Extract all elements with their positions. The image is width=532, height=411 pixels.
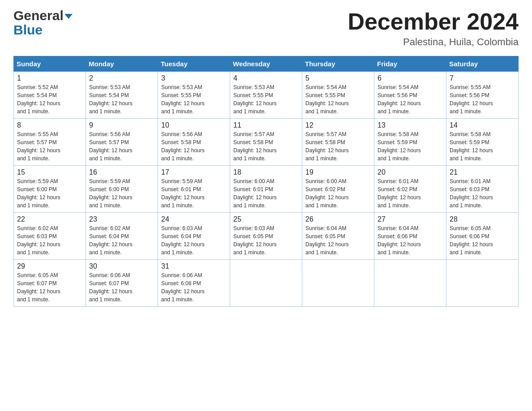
calendar-cell: 6 Sunrise: 5:54 AM Sunset: 5:56 PM Dayli… [374,72,446,119]
calendar-week-row: 22 Sunrise: 6:02 AM Sunset: 6:03 PM Dayl… [14,213,519,260]
day-number: 1 [17,74,82,82]
day-info: Sunrise: 6:04 AM Sunset: 6:05 PM Dayligh… [305,224,371,257]
calendar-cell: 13 Sunrise: 5:58 AM Sunset: 5:59 PM Dayl… [374,119,446,166]
day-number: 6 [378,74,443,82]
day-number: 29 [17,262,82,270]
calendar-cell: 1 Sunrise: 5:52 AM Sunset: 5:54 PM Dayli… [14,72,86,119]
page-header: General Blue December 2024 Palestina, Hu… [13,9,519,48]
calendar-cell: 25 Sunrise: 6:03 AM Sunset: 6:05 PM Dayl… [230,213,302,260]
day-number: 24 [161,215,227,223]
weekday-header-row: SundayMondayTuesdayWednesdayThursdayFrid… [14,56,519,72]
day-info: Sunrise: 5:55 AM Sunset: 5:56 PM Dayligh… [450,83,515,116]
calendar-cell: 16 Sunrise: 5:59 AM Sunset: 6:00 PM Dayl… [86,166,158,213]
calendar-cell: 24 Sunrise: 6:03 AM Sunset: 6:04 PM Dayl… [158,213,230,260]
calendar-cell: 11 Sunrise: 5:57 AM Sunset: 5:58 PM Dayl… [230,119,302,166]
day-info: Sunrise: 5:55 AM Sunset: 5:57 PM Dayligh… [17,130,82,163]
day-number: 27 [378,215,443,223]
day-info: Sunrise: 6:00 AM Sunset: 6:02 PM Dayligh… [305,177,371,210]
day-info: Sunrise: 6:01 AM Sunset: 6:02 PM Dayligh… [378,177,443,210]
calendar-cell: 15 Sunrise: 5:59 AM Sunset: 6:00 PM Dayl… [14,166,86,213]
logo-triangle-icon [64,14,73,19]
day-number: 11 [233,121,299,129]
title-block: December 2024 Palestina, Huila, Colombia [348,9,519,48]
day-info: Sunrise: 6:06 AM Sunset: 6:07 PM Dayligh… [89,271,154,304]
calendar-cell: 3 Sunrise: 5:53 AM Sunset: 5:55 PM Dayli… [158,72,230,119]
day-info: Sunrise: 5:58 AM Sunset: 5:59 PM Dayligh… [450,130,515,163]
weekday-header-thursday: Thursday [302,56,374,72]
day-number: 17 [161,168,227,176]
day-number: 20 [378,168,443,176]
weekday-header-saturday: Saturday [446,56,519,72]
calendar-cell: 8 Sunrise: 5:55 AM Sunset: 5:57 PM Dayli… [14,119,86,166]
calendar-table: SundayMondayTuesdayWednesdayThursdayFrid… [13,56,519,307]
logo-general-text: General [13,9,64,22]
calendar-cell: 20 Sunrise: 6:01 AM Sunset: 6:02 PM Dayl… [374,166,446,213]
calendar-cell: 9 Sunrise: 5:56 AM Sunset: 5:57 PM Dayli… [86,119,158,166]
day-number: 31 [161,262,227,270]
day-number: 9 [89,121,154,129]
calendar-cell: 5 Sunrise: 5:54 AM Sunset: 5:55 PM Dayli… [302,72,374,119]
day-number: 16 [89,168,154,176]
calendar-cell: 21 Sunrise: 6:01 AM Sunset: 6:03 PM Dayl… [446,166,519,213]
day-info: Sunrise: 6:05 AM Sunset: 6:06 PM Dayligh… [450,224,515,257]
day-info: Sunrise: 5:53 AM Sunset: 5:54 PM Dayligh… [89,83,154,116]
day-info: Sunrise: 5:52 AM Sunset: 5:54 PM Dayligh… [17,83,82,116]
day-info: Sunrise: 6:03 AM Sunset: 6:04 PM Dayligh… [161,224,227,257]
day-number: 8 [17,121,82,129]
calendar-cell: 12 Sunrise: 5:57 AM Sunset: 5:58 PM Dayl… [302,119,374,166]
day-number: 4 [233,74,299,82]
calendar-cell: 14 Sunrise: 5:58 AM Sunset: 5:59 PM Dayl… [446,119,519,166]
day-number: 28 [450,215,515,223]
day-info: Sunrise: 5:53 AM Sunset: 5:55 PM Dayligh… [233,83,299,116]
calendar-cell: 17 Sunrise: 5:59 AM Sunset: 6:01 PM Dayl… [158,166,230,213]
calendar-cell [230,260,302,307]
day-info: Sunrise: 6:05 AM Sunset: 6:07 PM Dayligh… [17,271,82,304]
calendar-cell: 28 Sunrise: 6:05 AM Sunset: 6:06 PM Dayl… [446,213,519,260]
calendar-cell: 26 Sunrise: 6:04 AM Sunset: 6:05 PM Dayl… [302,213,374,260]
day-info: Sunrise: 5:59 AM Sunset: 6:01 PM Dayligh… [161,177,227,210]
calendar-cell: 4 Sunrise: 5:53 AM Sunset: 5:55 PM Dayli… [230,72,302,119]
day-number: 23 [89,215,154,223]
calendar-week-row: 8 Sunrise: 5:55 AM Sunset: 5:57 PM Dayli… [14,119,519,166]
day-info: Sunrise: 6:00 AM Sunset: 6:01 PM Dayligh… [233,177,299,210]
day-number: 7 [450,74,515,82]
weekday-header-monday: Monday [86,56,158,72]
calendar-cell: 18 Sunrise: 6:00 AM Sunset: 6:01 PM Dayl… [230,166,302,213]
day-info: Sunrise: 5:59 AM Sunset: 6:00 PM Dayligh… [17,177,82,210]
day-number: 12 [305,121,371,129]
calendar-cell: 27 Sunrise: 6:04 AM Sunset: 6:06 PM Dayl… [374,213,446,260]
day-number: 26 [305,215,371,223]
day-number: 21 [450,168,515,176]
day-info: Sunrise: 5:57 AM Sunset: 5:58 PM Dayligh… [233,130,299,163]
calendar-cell: 2 Sunrise: 5:53 AM Sunset: 5:54 PM Dayli… [86,72,158,119]
day-number: 14 [450,121,515,129]
day-number: 15 [17,168,82,176]
day-info: Sunrise: 5:59 AM Sunset: 6:00 PM Dayligh… [89,177,154,210]
day-number: 18 [233,168,299,176]
day-info: Sunrise: 5:56 AM Sunset: 5:58 PM Dayligh… [161,130,227,163]
weekday-header-wednesday: Wednesday [230,56,302,72]
calendar-cell [446,260,519,307]
calendar-cell: 10 Sunrise: 5:56 AM Sunset: 5:58 PM Dayl… [158,119,230,166]
calendar-cell: 22 Sunrise: 6:02 AM Sunset: 6:03 PM Dayl… [14,213,86,260]
day-info: Sunrise: 5:56 AM Sunset: 5:57 PM Dayligh… [89,130,154,163]
day-number: 3 [161,74,227,82]
day-info: Sunrise: 5:53 AM Sunset: 5:55 PM Dayligh… [161,83,227,116]
day-number: 22 [17,215,82,223]
calendar-cell: 19 Sunrise: 6:00 AM Sunset: 6:02 PM Dayl… [302,166,374,213]
calendar-cell: 30 Sunrise: 6:06 AM Sunset: 6:07 PM Dayl… [86,260,158,307]
day-number: 10 [161,121,227,129]
day-info: Sunrise: 5:58 AM Sunset: 5:59 PM Dayligh… [378,130,443,163]
weekday-header-friday: Friday [374,56,446,72]
calendar-week-row: 15 Sunrise: 5:59 AM Sunset: 6:00 PM Dayl… [14,166,519,213]
calendar-cell: 23 Sunrise: 6:02 AM Sunset: 6:04 PM Dayl… [86,213,158,260]
calendar-week-row: 29 Sunrise: 6:05 AM Sunset: 6:07 PM Dayl… [14,260,519,307]
day-info: Sunrise: 6:02 AM Sunset: 6:04 PM Dayligh… [89,224,154,257]
day-number: 5 [305,74,371,82]
calendar-cell: 29 Sunrise: 6:05 AM Sunset: 6:07 PM Dayl… [14,260,86,307]
logo: General Blue [13,9,73,38]
day-info: Sunrise: 6:02 AM Sunset: 6:03 PM Dayligh… [17,224,82,257]
calendar-cell [302,260,374,307]
logo-blue-text: Blue [13,22,43,38]
day-number: 25 [233,215,299,223]
